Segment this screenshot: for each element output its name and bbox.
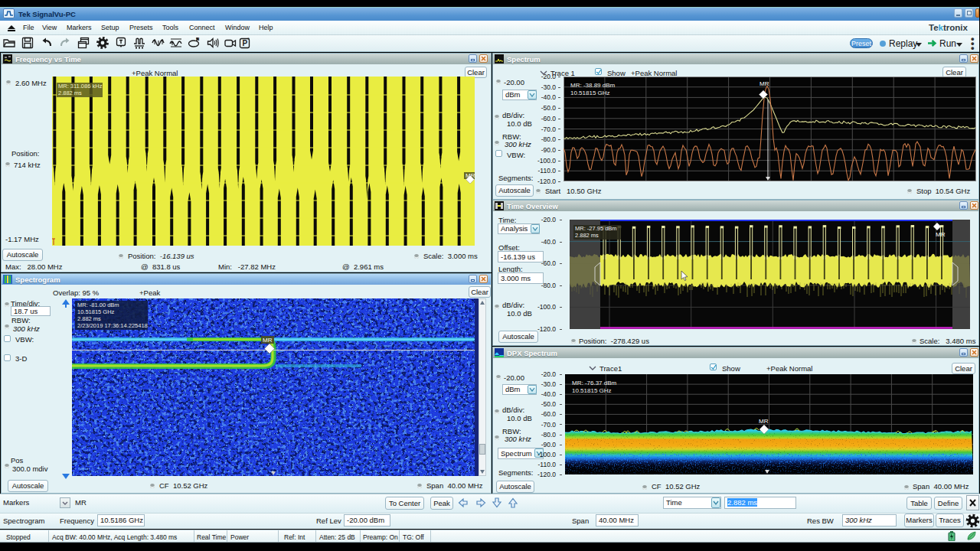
svg-text:MR: -81.00 dBm: MR: -81.00 dBm <box>77 302 119 308</box>
svg-text:MR: -27.95 dBm: MR: -27.95 dBm <box>575 225 617 232</box>
svg-text:*: * <box>247 36 250 43</box>
svg-text:2.882 ms: 2.882 ms <box>575 232 599 239</box>
svg-text:10.51815 GHz: 10.51815 GHz <box>570 90 610 96</box>
svg-text:MR: MR <box>760 80 769 87</box>
svg-text:10.51815 GHz: 10.51815 GHz <box>77 308 115 315</box>
svg-text:MR: MR <box>936 231 946 238</box>
svg-text:MR: MR <box>263 337 273 344</box>
svg-text:2.882 ms: 2.882 ms <box>77 315 101 322</box>
svg-text:MR: -38.89 dBm: MR: -38.89 dBm <box>570 82 616 89</box>
svg-text:MR: 311.086 kHz: MR: 311.086 kHz <box>58 83 103 90</box>
svg-text:MR: MR <box>759 418 769 425</box>
svg-text:2/23/2019 17:36:14.225418: 2/23/2019 17:36:14.225418 <box>77 322 148 329</box>
svg-text:MR: -76.37 dBm: MR: -76.37 dBm <box>572 380 617 386</box>
svg-text:2.882 ms: 2.882 ms <box>58 90 82 96</box>
svg-text:10.51815 GHz: 10.51815 GHz <box>572 387 612 394</box>
svg-text:N: N <box>196 37 199 41</box>
